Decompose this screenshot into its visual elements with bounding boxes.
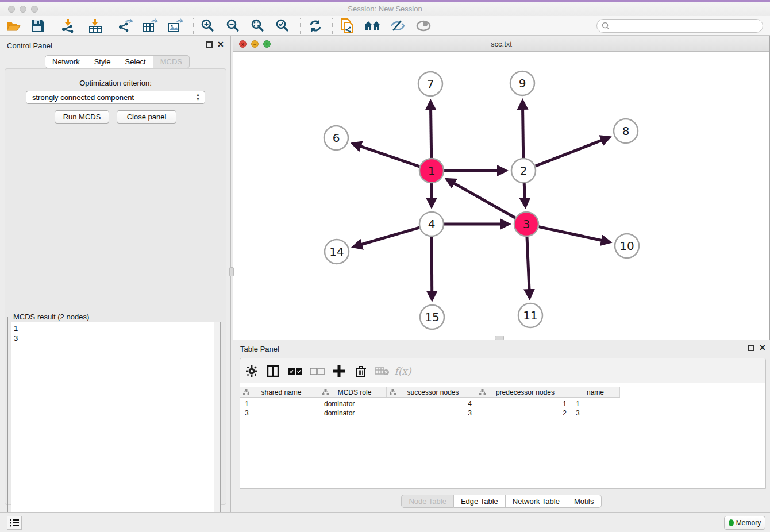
zoom-fit-icon[interactable] [248,18,268,34]
graph-edge-1-7[interactable] [430,103,431,158]
tab-node-table[interactable]: Node Table [401,495,454,508]
hierarchy-icon [322,389,329,395]
create-column-icon[interactable] [330,363,348,379]
cell-predecessor-nodes[interactable]: 1 [476,399,571,408]
graph-node-label: 2 [520,164,528,178]
cell-shared-name[interactable]: 1 [240,399,319,408]
criterion-select[interactable]: strongly connected component ▲▼ [26,91,205,104]
result-line: 1 [14,323,218,333]
search-icon [602,22,610,30]
titlebar: Session: New Session [0,2,770,16]
table-row[interactable]: 3 dominator 3 2 3 [240,408,620,418]
close-panel-button[interactable]: Close panel [117,110,176,124]
table-header-row: shared name MCDS role successor nodes pr… [240,387,620,398]
cell-successor-nodes[interactable]: 3 [387,408,476,418]
duplicate-network-icon[interactable] [337,18,357,34]
cell-name[interactable]: 3 [571,408,620,418]
cell-name[interactable]: 1 [571,399,620,408]
first-neighbors-icon[interactable] [363,18,382,34]
tab-motifs[interactable]: Motifs [567,495,602,508]
unselect-all-columns-icon[interactable] [309,363,326,379]
memory-status-icon [729,519,734,526]
cell-mcds-role[interactable]: dominator [319,408,387,418]
tab-edge-table[interactable]: Edge Table [454,495,506,508]
tab-network[interactable]: Network [45,55,87,68]
graph-edge-2-9[interactable] [522,103,523,158]
column-header-mcds-role[interactable]: MCDS role [319,387,387,397]
column-header-predecessor-nodes[interactable]: predecessor nodes [476,387,571,397]
graph-edge-2-8[interactable] [536,138,608,166]
application-window: Session: New Session [0,0,770,532]
hide-selected-icon[interactable] [388,18,407,34]
show-columns-icon[interactable] [264,363,282,379]
cell-mcds-role[interactable]: dominator [319,399,387,408]
control-panel-tabbar: Network Style Select MCDS [45,55,190,68]
graph-edge-3-1[interactable] [449,180,515,218]
export-table-icon[interactable] [140,18,160,34]
import-network-icon[interactable] [59,18,78,34]
tab-network-table[interactable]: Network Table [506,495,567,508]
graph-node-label: 15 [425,310,439,324]
close-panel-icon[interactable]: ✕ [217,40,224,48]
table-row[interactable]: 1 dominator 4 1 1 [240,399,620,408]
graph-edge-1-6[interactable] [355,144,419,167]
graph-node-label: 8 [622,124,630,138]
run-mcds-button[interactable]: Run MCDS [55,110,109,124]
import-table-icon[interactable] [86,18,105,34]
toolbar-separator [193,18,194,34]
graph-node-label: 7 [427,77,434,91]
column-header-shared-name[interactable]: shared name [240,387,319,397]
graph-edge-4-15[interactable] [432,237,432,298]
result-scrollbar[interactable] [214,322,220,530]
tab-select[interactable]: Select [118,55,153,68]
memory-button[interactable]: Memory [724,516,765,530]
function-builder-icon: f(x) [394,363,411,379]
tab-style[interactable]: Style [87,55,118,68]
float-table-panel-icon[interactable] [748,345,754,351]
network-view-window: x − + scc.txt 1234678910111415 [233,36,770,340]
column-header-name[interactable]: name [571,387,620,397]
splitter-grip-horizontal[interactable] [495,336,504,340]
close-table-panel-icon[interactable]: ✕ [759,344,766,352]
cell-successor-nodes[interactable]: 4 [387,399,476,408]
task-history-button[interactable] [7,516,22,530]
memory-label: Memory [736,519,761,527]
graph-node-label: 4 [428,217,436,231]
export-image-icon[interactable] [165,18,185,34]
zoom-in-icon[interactable] [198,18,218,34]
graph-edge-3-11[interactable] [527,237,530,296]
delete-columns-icon[interactable] [352,363,369,379]
cell-predecessor-nodes[interactable]: 2 [476,408,571,418]
splitter-grip-vertical[interactable] [229,267,234,276]
hierarchy-icon [479,389,486,395]
graph-edge-4-14[interactable] [356,228,419,246]
toolbar-separator [300,18,301,34]
show-all-icon[interactable] [414,18,433,34]
tab-mcds[interactable]: MCDS [153,55,190,68]
zoom-out-icon[interactable] [224,18,243,34]
search-input[interactable] [613,22,763,30]
table-mode-gear-icon[interactable] [243,363,260,379]
network-window-titlebar[interactable]: x − + scc.txt [233,36,769,52]
zoom-selected-icon[interactable] [273,18,292,34]
criterion-value: strongly connected component [32,93,134,102]
mcds-result-text[interactable]: 1 3 [11,322,221,530]
network-canvas[interactable]: 1234678910111415 [233,52,769,340]
search-box[interactable] [596,19,763,33]
export-network-icon[interactable] [116,18,135,34]
apply-layout-icon[interactable] [306,18,325,34]
select-all-columns-icon[interactable] [287,363,304,379]
save-session-icon[interactable] [28,18,47,34]
status-bar: Memory [0,512,770,532]
mcds-result-title: MCDS result (2 nodes) [11,313,91,321]
table-panel-title: Table Panel [240,345,279,353]
open-session-icon[interactable] [3,18,23,34]
graph-edge-3-10[interactable] [538,227,607,242]
float-panel-icon[interactable] [206,41,213,48]
mcds-panel: Optimization criterion: strongly connect… [5,68,226,505]
cell-shared-name[interactable]: 3 [240,408,319,418]
column-header-successor-nodes[interactable]: successor nodes [387,387,476,397]
list-icon [10,519,19,527]
graph-edge-2-3[interactable] [524,183,525,205]
graph-node-label: 3 [523,217,530,231]
